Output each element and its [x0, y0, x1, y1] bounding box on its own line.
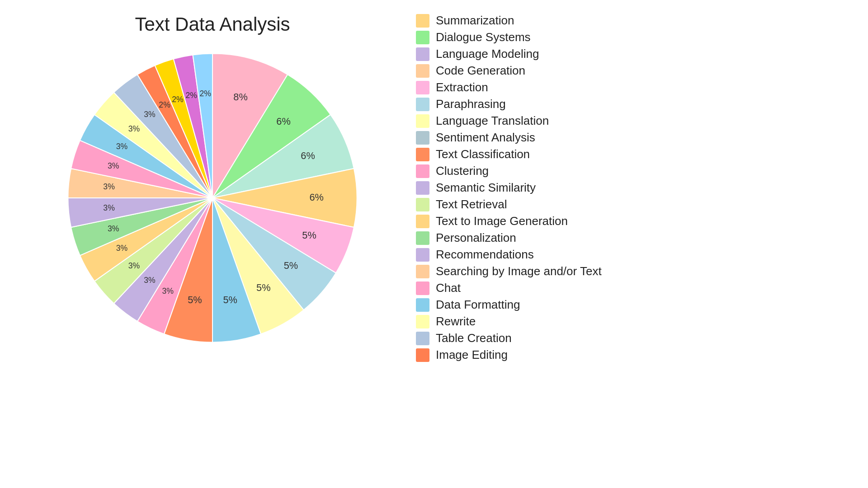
svg-text:2%: 2% [172, 95, 184, 104]
legend-item: Sentiment Analysis [416, 131, 850, 145]
legend-label-text: Recommendations [436, 248, 534, 262]
legend-item: Searching by Image and/or Text [416, 264, 850, 278]
legend-item: Chat [416, 281, 850, 295]
svg-text:3%: 3% [108, 224, 119, 233]
legend-item: Image Editing [416, 348, 850, 362]
legend-color-box [416, 181, 429, 195]
legend-color-box [416, 14, 429, 28]
legend-item: Rewrite [416, 314, 850, 328]
legend-label-text: Rewrite [436, 314, 476, 328]
legend-color-box [416, 148, 429, 161]
svg-text:2%: 2% [200, 89, 212, 98]
legend-color-box [416, 298, 429, 312]
legend-label-text: Chat [436, 281, 461, 295]
pie-chart: 8%6%6%6%5%5%5%5%5%3%3%3%3%3%3%3%3%3%3%3%… [59, 44, 366, 352]
legend-label-text: Language Translation [436, 114, 549, 128]
legend-label-text: Language Modeling [436, 47, 539, 61]
chart-left: Text Data Analysis 8%6%6%6%5%5%5%5%5%3%3… [18, 9, 407, 352]
legend-color-box [416, 81, 429, 94]
svg-text:5%: 5% [256, 282, 270, 293]
svg-text:3%: 3% [144, 110, 156, 119]
legend-label-text: Code Generation [436, 64, 525, 78]
chart-container: Text Data Analysis 8%6%6%6%5%5%5%5%5%3%3… [0, 0, 868, 488]
legend-label-text: Dialogue Systems [436, 30, 531, 44]
legend-item: Text to Image Generation [416, 214, 850, 228]
svg-text:3%: 3% [116, 142, 128, 151]
svg-text:6%: 6% [301, 150, 315, 161]
legend-item: Paraphrasing [416, 97, 850, 111]
legend-item: Semantic Similarity [416, 181, 850, 195]
legend-item: Extraction [416, 80, 850, 94]
legend-color-box [416, 114, 429, 128]
legend-color-box [416, 198, 429, 211]
legend-color-box [416, 64, 429, 78]
svg-text:2%: 2% [185, 91, 197, 100]
legend-color-box [416, 98, 429, 111]
legend-label-text: Data Formatting [436, 298, 520, 312]
svg-text:5%: 5% [188, 294, 202, 305]
svg-text:3%: 3% [144, 276, 156, 285]
legend-item: Text Retrieval [416, 197, 850, 211]
legend-item: Recommendations [416, 248, 850, 262]
svg-text:8%: 8% [233, 91, 247, 103]
legend-item: Code Generation [416, 64, 850, 78]
legend-label-text: Image Editing [436, 348, 508, 362]
legend-label-text: Semantic Similarity [436, 181, 536, 195]
svg-text:6%: 6% [276, 116, 290, 127]
svg-text:6%: 6% [309, 192, 323, 203]
legend-label-text: Searching by Image and/or Text [436, 264, 602, 278]
legend-color-box [416, 265, 429, 278]
legend-label-text: Table Creation [436, 331, 512, 345]
legend-label-text: Clustering [436, 164, 489, 178]
legend-color-box [416, 131, 429, 145]
legend: SummarizationDialogue SystemsLanguage Mo… [407, 9, 850, 362]
legend-item: Text Classification [416, 147, 850, 161]
legend-color-box [416, 215, 429, 228]
legend-color-box [416, 231, 429, 245]
svg-text:3%: 3% [128, 124, 140, 133]
svg-text:3%: 3% [108, 161, 119, 170]
legend-color-box [416, 315, 429, 328]
legend-item: Data Formatting [416, 298, 850, 312]
legend-label-text: Text to Image Generation [436, 214, 568, 228]
legend-item: Language Translation [416, 114, 850, 128]
legend-item: Dialogue Systems [416, 30, 850, 44]
legend-color-box [416, 332, 429, 345]
svg-text:3%: 3% [128, 261, 140, 270]
legend-item: Language Modeling [416, 47, 850, 61]
svg-text:5%: 5% [284, 260, 298, 271]
legend-item: Clustering [416, 164, 850, 178]
svg-text:5%: 5% [223, 294, 237, 305]
svg-text:5%: 5% [302, 230, 316, 241]
legend-color-box [416, 282, 429, 295]
legend-item: Table Creation [416, 331, 850, 345]
legend-label-text: Text Retrieval [436, 197, 507, 211]
legend-color-box [416, 31, 429, 44]
legend-label-text: Paraphrasing [436, 97, 506, 111]
legend-color-box [416, 47, 429, 61]
legend-label-text: Text Classification [436, 147, 530, 161]
svg-text:2%: 2% [159, 100, 170, 109]
legend-label-text: Personalization [436, 231, 516, 245]
legend-color-box [416, 248, 429, 262]
svg-text:3%: 3% [103, 203, 115, 212]
legend-item: Summarization [416, 14, 850, 28]
svg-text:3%: 3% [162, 286, 174, 296]
legend-label-text: Extraction [436, 80, 488, 94]
legend-label-text: Sentiment Analysis [436, 131, 535, 145]
svg-text:3%: 3% [116, 244, 128, 253]
legend-item: Personalization [416, 231, 850, 245]
legend-color-box [416, 164, 429, 178]
legend-label-text: Summarization [436, 14, 514, 28]
svg-text:3%: 3% [103, 182, 115, 191]
legend-color-box [416, 348, 429, 362]
chart-title: Text Data Analysis [135, 14, 290, 35]
